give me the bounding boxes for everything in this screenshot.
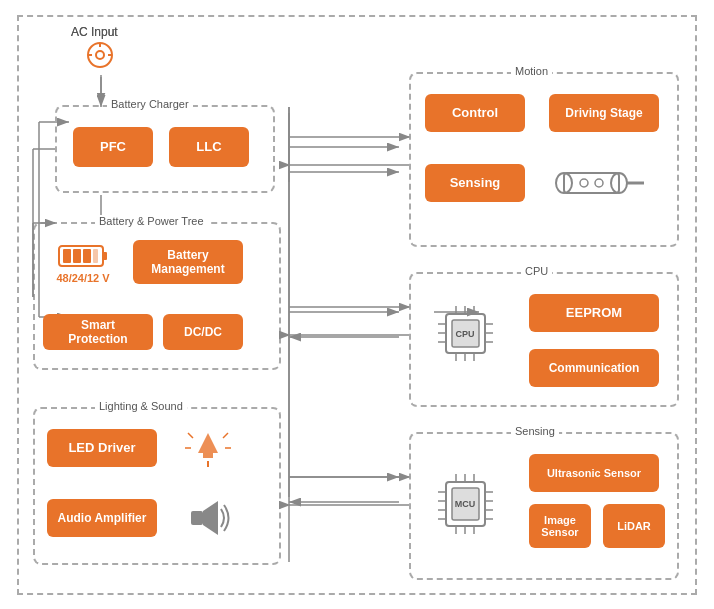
led-icon — [183, 423, 243, 475]
svg-rect-36 — [191, 511, 203, 525]
sensing-section: Sensing MCU — [409, 432, 679, 580]
svg-point-43 — [595, 179, 603, 187]
mcu-chip-icon: MCU — [425, 454, 505, 554]
svg-line-33 — [223, 433, 228, 438]
svg-rect-26 — [73, 249, 81, 263]
motion-section: Motion Control Driving Stage Sensing — [409, 72, 679, 247]
smart-protection-button[interactable]: Smart Protection — [43, 314, 153, 350]
cpu-chip-icon: CPU — [425, 294, 505, 374]
cpu-label: CPU — [521, 265, 552, 277]
battery-icon — [58, 242, 108, 270]
cpu-section: CPU CPU — [409, 272, 679, 407]
lighting-sound-section: Lighting & Sound LED Driver Audio Amplif… — [33, 407, 281, 565]
battery-power-label: Battery & Power Tree — [95, 215, 208, 227]
sensing-motion-button[interactable]: Sensing — [425, 164, 525, 202]
pfc-button[interactable]: PFC — [73, 127, 153, 167]
svg-rect-30 — [203, 453, 213, 458]
eeprom-button[interactable]: EEPROM — [529, 294, 659, 332]
audio-amplifier-button[interactable]: Audio Amplifier — [47, 499, 157, 537]
led-driver-button[interactable]: LED Driver — [47, 429, 157, 467]
control-button[interactable]: Control — [425, 94, 525, 132]
lighting-sound-label: Lighting & Sound — [95, 400, 187, 412]
svg-line-32 — [188, 433, 193, 438]
lidar-button[interactable]: LiDAR — [603, 504, 665, 548]
svg-rect-25 — [63, 249, 71, 263]
speaker-icon — [183, 493, 243, 545]
svg-rect-24 — [103, 252, 107, 260]
battery-power-section: Battery & Power Tree 48/24/12 V Battery … — [33, 222, 281, 370]
battery-charger-label: Battery Charger — [107, 98, 193, 110]
svg-marker-29 — [198, 433, 218, 453]
ultrasonic-sensor-button[interactable]: Ultrasonic Sensor — [529, 454, 659, 492]
svg-text:MCU: MCU — [454, 499, 475, 509]
motion-label: Motion — [511, 65, 552, 77]
communication-button[interactable]: Communication — [529, 349, 659, 387]
sensing-label: Sensing — [511, 425, 559, 437]
driving-stage-button[interactable]: Driving Stage — [549, 94, 659, 132]
svg-rect-27 — [83, 249, 91, 263]
ac-input-text: AC Input — [71, 25, 118, 39]
image-sensor-button[interactable]: Image Sensor — [529, 504, 591, 548]
battery-management-button[interactable]: Battery Management — [133, 240, 243, 284]
diagram-container: AC Input Battery Charger PFC LLC Battery… — [17, 15, 697, 595]
voltage-label: 48/24/12 V — [56, 272, 109, 284]
ac-input-icon — [84, 39, 116, 71]
battery-charger-section: Battery Charger PFC LLC — [55, 105, 275, 193]
svg-point-22 — [96, 51, 104, 59]
motor-icon — [549, 156, 659, 210]
svg-text:CPU: CPU — [455, 329, 474, 339]
svg-point-42 — [580, 179, 588, 187]
llc-button[interactable]: LLC — [169, 127, 249, 167]
svg-marker-37 — [203, 501, 218, 535]
svg-rect-28 — [93, 249, 98, 263]
dcdc-button[interactable]: DC/DC — [163, 314, 243, 350]
